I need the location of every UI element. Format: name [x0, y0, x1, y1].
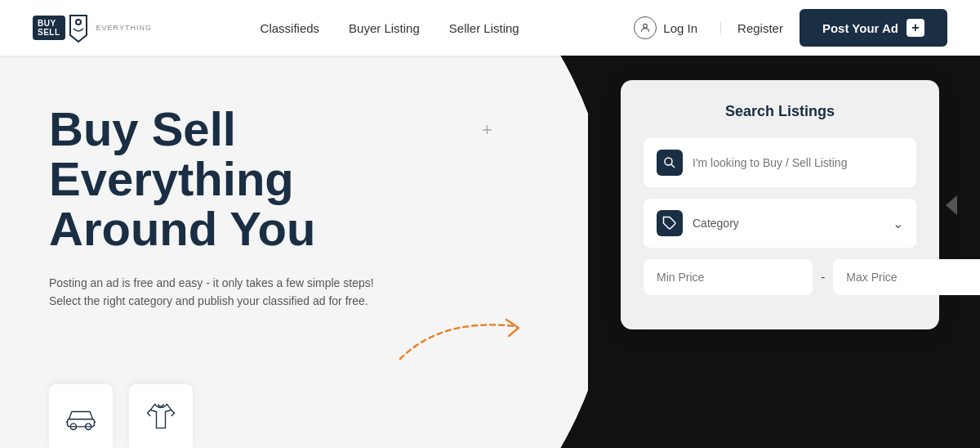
post-ad-plus-icon: +	[906, 19, 924, 37]
navbar: BUY SELL EVERYTHING Classifieds Buyer Li…	[0, 0, 980, 56]
hero-subtitle-2: Select the right category and publish yo…	[49, 292, 374, 310]
login-button[interactable]: Log In	[627, 16, 704, 39]
hero-section: Buy Sell Everything Around You Posting a…	[0, 56, 980, 448]
keyword-input[interactable]	[693, 156, 903, 169]
svg-point-1	[644, 24, 648, 28]
nav-buyer-listing[interactable]: Buyer Listing	[349, 21, 420, 35]
logo: BUY SELL EVERYTHING	[33, 12, 152, 43]
register-button[interactable]: Register	[720, 21, 783, 35]
svg-point-0	[76, 20, 81, 25]
hero-subtitle-1: Posting an ad is free and easy - it only…	[49, 274, 374, 292]
category-select[interactable]: Category	[693, 217, 883, 230]
hero-content: Buy Sell Everything Around You Posting a…	[49, 105, 374, 310]
hero-title: Buy Sell Everything Around You	[49, 105, 374, 254]
nav-right: Log In Register Post Your Ad +	[627, 9, 947, 47]
keyword-search-field[interactable]	[644, 138, 916, 187]
price-dash: -	[821, 270, 825, 284]
chevron-down-icon: ⌄	[893, 216, 903, 231]
user-icon	[634, 16, 657, 39]
nav-links: Classifieds Buyer Listing Seller Listing	[261, 21, 519, 35]
search-card: Search Listings Category ⌄ -	[621, 80, 939, 329]
category-icon	[657, 210, 683, 236]
car-category-icon[interactable]	[49, 384, 113, 448]
logo-box: BUY SELL	[33, 16, 65, 40]
post-ad-button[interactable]: Post Your Ad +	[800, 9, 947, 47]
category-icons	[49, 384, 193, 448]
logo-tag-icon	[65, 12, 91, 43]
min-price-input[interactable]	[644, 259, 813, 295]
logo-tagline: EVERYTHING	[96, 24, 152, 32]
decorative-plus: +	[482, 119, 492, 141]
category-field[interactable]: Category ⌄	[644, 199, 916, 248]
nav-seller-listing[interactable]: Seller Listing	[449, 21, 519, 35]
nav-classifieds[interactable]: Classifieds	[261, 21, 320, 35]
search-icon	[657, 150, 683, 176]
max-price-input[interactable]	[833, 259, 980, 295]
fashion-category-icon[interactable]	[129, 384, 193, 448]
svg-rect-2	[68, 419, 95, 427]
decorative-arrow	[392, 310, 539, 370]
card-arrow	[946, 195, 957, 215]
search-title: Search Listings	[644, 103, 916, 120]
price-range-row: -	[644, 259, 916, 295]
